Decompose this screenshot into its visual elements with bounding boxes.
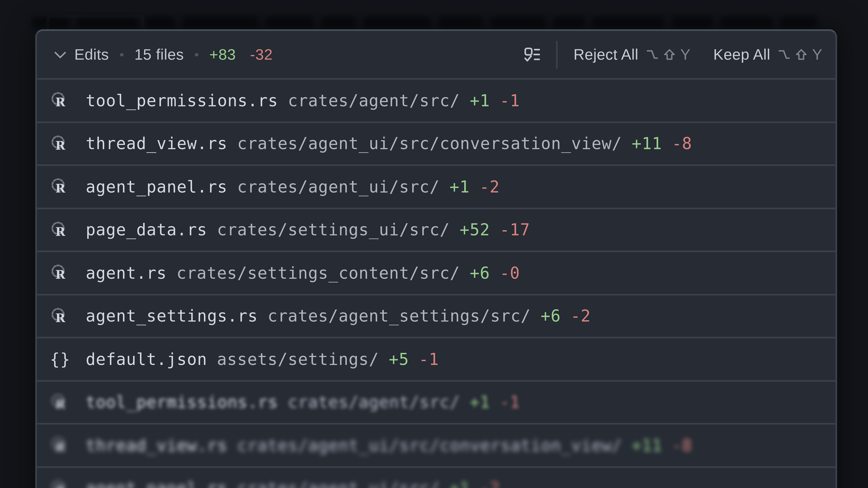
file-row-line: page_data.rs crates/settings_ui/src/ +52… <box>86 220 530 239</box>
deletions-count: -2 <box>570 306 591 326</box>
file-icon-box: R {} <box>50 349 70 369</box>
background-block <box>145 17 175 28</box>
file-row-content: R {} agent_panel.rs crates/agent_ui/src/… <box>50 176 823 197</box>
background-block <box>182 17 258 28</box>
file-path: crates/settings_content/src/ <box>177 263 460 282</box>
svg-text:R: R <box>55 311 65 325</box>
file-path: crates/agent_ui/src/ <box>237 479 440 488</box>
file-row-content: R {} agent.rs crates/settings_content/sr… <box>50 263 823 283</box>
alt-key-icon <box>778 48 790 61</box>
file-row[interactable]: R {} page_data.rs crates/settings_ui/src… <box>37 207 835 251</box>
shortcut-key-label: Y <box>680 46 691 63</box>
file-row-content: R {} agent_panel.rs crates/agent_ui/src/… <box>50 478 823 488</box>
rust-file-icon: R <box>50 392 70 413</box>
file-path: crates/agent/src/ <box>288 393 460 412</box>
file-row[interactable]: R {} agent.rs crates/settings_content/sr… <box>37 251 835 294</box>
file-name: tool_permissions.rs <box>86 393 278 412</box>
json-file-icon: {} <box>50 350 70 368</box>
file-icon-box: R {} <box>50 306 70 326</box>
background-blurred-content <box>31 14 840 30</box>
svg-text:R: R <box>55 182 65 196</box>
file-path: crates/agent_ui/src/ <box>237 177 440 196</box>
rust-file-icon: R <box>50 220 70 240</box>
file-row-content: R {} page_data.rs crates/settings_ui/src… <box>50 220 823 240</box>
file-row-content: R {} tool_permissions.rs crates/agent/sr… <box>50 392 823 413</box>
file-row[interactable]: R {} thread_view.rs crates/agent_ui/src/… <box>37 423 835 466</box>
deletions-count: -0 <box>500 263 520 282</box>
todo-list-icon[interactable] <box>524 47 540 62</box>
rust-file-icon: R <box>50 263 70 283</box>
file-row[interactable]: R {} agent_panel.rs crates/agent_ui/src/… <box>37 466 835 488</box>
file-row[interactable]: R {} tool_permissions.rs crates/agent/sr… <box>37 78 835 121</box>
svg-text:R: R <box>55 138 65 152</box>
separator-dot <box>195 53 198 56</box>
file-icon-box: R {} <box>50 133 70 154</box>
file-icon-box: R {} <box>50 478 70 488</box>
file-name: tool_permissions.rs <box>86 91 278 110</box>
file-name: agent_panel.rs <box>86 479 227 488</box>
svg-text:R: R <box>55 268 65 282</box>
chevron-down-icon[interactable] <box>53 47 67 62</box>
file-icon-box: R {} <box>50 176 70 197</box>
background-block <box>592 17 664 28</box>
additions-count: +52 <box>460 220 490 239</box>
additions-count: +1 <box>450 177 470 196</box>
additions-count: +1 <box>470 393 490 412</box>
edits-header-summary: Edits 15 files +83 -32 <box>53 46 524 63</box>
deletions-count: -8 <box>672 436 692 455</box>
file-row[interactable]: R {} tool_permissions.rs crates/agent/sr… <box>37 380 835 423</box>
total-deletions: -32 <box>250 46 273 63</box>
additions-count: +11 <box>632 436 662 455</box>
file-row-line: agent_settings.rs crates/agent_settings/… <box>86 306 591 326</box>
edits-review-panel: Edits 15 files +83 -32 Reject All <box>35 29 837 488</box>
edits-header: Edits 15 files +83 -32 Reject All <box>37 31 835 78</box>
rust-file-icon: R <box>50 133 70 154</box>
files-count: 15 files <box>134 46 184 63</box>
file-row[interactable]: R {} agent_settings.rs crates/agent_sett… <box>37 294 835 337</box>
rust-file-icon: R <box>50 306 70 326</box>
additions-count: +1 <box>450 479 470 488</box>
file-name: page_data.rs <box>86 220 207 239</box>
svg-text:R: R <box>55 95 65 109</box>
rust-file-icon: R <box>50 176 70 197</box>
additions-count: +5 <box>389 350 409 368</box>
file-row-content: R {} agent_settings.rs crates/agent_sett… <box>50 306 823 326</box>
file-row[interactable]: R {} thread_view.rs crates/agent_ui/src/… <box>37 121 835 164</box>
background-block <box>364 17 431 28</box>
file-name: agent.rs <box>86 263 167 282</box>
file-path: crates/agent_ui/src/conversation_view/ <box>237 436 622 455</box>
file-row-line: thread_view.rs crates/agent_ui/src/conve… <box>86 134 692 153</box>
header-divider <box>556 40 558 69</box>
reject-all-button[interactable]: Reject All Y <box>574 46 690 63</box>
shift-key-icon <box>663 48 676 61</box>
deletions-count: -17 <box>500 220 530 239</box>
file-name: default.json <box>86 350 207 368</box>
deletions-count: -2 <box>479 177 500 196</box>
keep-all-shortcut: Y <box>778 46 823 63</box>
file-icon-box: R {} <box>50 220 70 240</box>
background-block <box>438 17 483 28</box>
svg-text:R: R <box>55 225 65 238</box>
file-row-line: agent_panel.rs crates/agent_ui/src/ +1 -… <box>86 479 500 488</box>
background-block <box>720 17 773 28</box>
background-block <box>266 17 314 28</box>
keep-all-button[interactable]: Keep All Y <box>713 46 823 63</box>
background-block <box>780 17 817 28</box>
file-row-line: agent_panel.rs crates/agent_ui/src/ +1 -… <box>86 177 500 196</box>
file-row[interactable]: R {} agent_panel.rs crates/agent_ui/src/… <box>37 164 835 207</box>
total-additions: +83 <box>209 46 236 63</box>
file-row-line: thread_view.rs crates/agent_ui/src/conve… <box>86 436 692 455</box>
rust-file-icon: R <box>50 478 70 488</box>
file-name: thread_view.rs <box>86 134 227 153</box>
additions-count: +6 <box>540 306 561 326</box>
screenshot-root: Edits 15 files +83 -32 Reject All <box>0 0 868 488</box>
file-path: crates/agent_settings/src/ <box>268 306 531 326</box>
reject-all-shortcut: Y <box>646 46 691 63</box>
file-row[interactable]: R {} default.json assets/settings/ +5 -1 <box>37 337 835 380</box>
background-block <box>490 17 546 28</box>
rust-file-icon: R <box>50 435 70 456</box>
file-list: R {} tool_permissions.rs crates/agent/sr… <box>37 78 835 488</box>
file-row-content: R {} tool_permissions.rs crates/agent/sr… <box>50 90 823 111</box>
file-name: agent_panel.rs <box>86 177 227 196</box>
alt-key-icon <box>646 48 659 61</box>
